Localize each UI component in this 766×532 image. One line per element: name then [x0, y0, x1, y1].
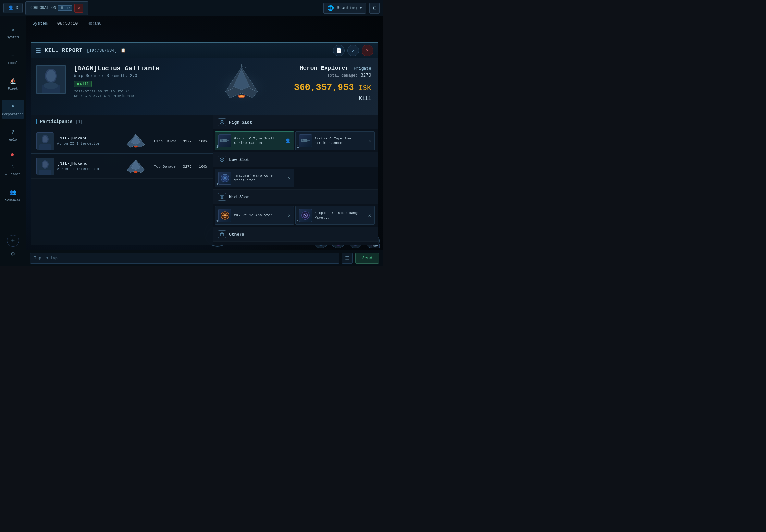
- players-count: 3: [16, 6, 18, 10]
- participant-avatar-1: [36, 132, 53, 149]
- damage-value-2: 3279: [183, 165, 191, 169]
- participant-stats-row-2: Top Damage | 3279 | 100%: [154, 165, 207, 169]
- low-slot-item-1[interactable]: 1 'Natura' Wa: [215, 169, 294, 187]
- remove-icon-2[interactable]: ✕: [288, 175, 290, 181]
- ship-class: Frigate: [353, 66, 371, 71]
- alliance-dot: [11, 153, 14, 156]
- sidebar-corporation-label: Corporation: [2, 113, 24, 116]
- sidebar-item-local[interactable]: ≡ Local: [2, 48, 24, 67]
- panel-title: KILL REPORT: [45, 48, 83, 54]
- svg-point-42: [224, 177, 226, 179]
- mid-slot-item-name-1: MK9 Relic Analyzer: [234, 213, 273, 218]
- svg-rect-58: [220, 233, 224, 236]
- close-icon: ×: [78, 6, 80, 11]
- ship-name: Heron Explorer Frigate: [293, 65, 371, 71]
- isk-label: ISK: [358, 84, 371, 92]
- send-button[interactable]: Send: [355, 253, 379, 264]
- sidebar-item-system[interactable]: ◈ System: [2, 23, 24, 42]
- warp-strength: Warp Scramble Strength: 2.0: [74, 74, 193, 78]
- svg-rect-33: [221, 139, 223, 140]
- players-button[interactable]: 👤 3: [3, 3, 23, 13]
- bottom-bar: Tap to type ☰ Send: [26, 250, 383, 266]
- top-bar: 👤 3 CORPORATION 🖥 17 × 🌐 Scouting ▾ ⊟: [0, 0, 383, 16]
- participant-ship-1: Atron II Interceptor: [57, 142, 117, 146]
- high-slot-item-2[interactable]: 1 Gistii C-Type Small Strike Cannon ✕: [295, 131, 374, 150]
- participant-ship-2: Atron II Interceptor: [57, 167, 117, 171]
- participant-ship-image-2: [121, 158, 150, 174]
- sidebar-help-label: Help: [9, 138, 17, 142]
- high-slot-header: High Slot: [213, 115, 378, 129]
- ship-display: [196, 58, 287, 115]
- corporation-button[interactable]: CORPORATION 🖥 17 ×: [25, 1, 88, 15]
- low-slot-section: Low Slot 1: [213, 152, 378, 190]
- contacts-icon: 👥: [8, 188, 18, 197]
- panel-close-button[interactable]: ×: [361, 45, 373, 56]
- final-blow-label-1: Final Blow: [154, 139, 176, 143]
- copy-icon[interactable]: 📋: [121, 48, 126, 53]
- box-icon: [220, 232, 224, 236]
- chat-input[interactable]: Tap to type: [30, 253, 339, 264]
- mid-slot-item-1[interactable]: 1 MK9 Relic A: [215, 206, 294, 225]
- pilot-name: [DAGN]Lucius Galliante: [74, 65, 193, 72]
- svg-point-2: [46, 70, 55, 82]
- high-slot-item-name-2: Gistii C-Type Small Strike Cannon: [314, 136, 366, 146]
- low-slot-header: Low Slot: [213, 152, 378, 167]
- mid-slot-icon: [218, 193, 226, 201]
- chat-menu-button[interactable]: ☰: [342, 253, 353, 264]
- svg-point-4: [44, 82, 58, 89]
- total-damage-label: Total damage:: [327, 73, 358, 78]
- top-bar-right: 🌐 Scouting ▾ ⊟: [323, 3, 380, 14]
- add-button[interactable]: +: [7, 235, 19, 247]
- mid-slot-item-name-2: 'Explorer' Wide Range Wave...: [314, 211, 366, 220]
- sidebar-item-alliance[interactable]: 11 ⚐ Alliance: [2, 151, 24, 179]
- high-slot-item-1[interactable]: 1 Gistii C-Type Small Strike Cannon 👤: [215, 131, 294, 150]
- help-icon: ?: [8, 128, 18, 137]
- others-icon: [218, 230, 226, 238]
- participants-header: Participants [1]: [31, 115, 213, 128]
- high-slot-title: High Slot: [229, 120, 252, 125]
- filter-icon: ⊟: [373, 6, 376, 11]
- remove-icon-4[interactable]: ✕: [368, 213, 371, 218]
- panel-header-actions: 📄 ↗ ×: [333, 45, 373, 56]
- svg-point-32: [221, 140, 223, 142]
- corporation-label: CORPORATION: [30, 6, 56, 10]
- sidebar-item-help[interactable]: ? Help: [2, 125, 24, 144]
- participant-info-2: [NILF]Hokanu Atron II Interceptor: [57, 161, 117, 171]
- participant-row-2[interactable]: [NILF]Hokanu Atron II Interceptor Top Da…: [31, 154, 213, 179]
- panel-menu-icon[interactable]: ☰: [36, 47, 41, 54]
- sidebar-alliance-label: Alliance: [5, 173, 20, 176]
- mid-slot-item-2[interactable]: 1 'Explorer' Wide Range Wave... ✕: [295, 206, 374, 225]
- report-button[interactable]: 📄: [333, 45, 345, 56]
- warp-core-icon: [218, 172, 231, 185]
- participant-row[interactable]: [NILF]Hokanu Atron II Interceptor Final …: [31, 128, 213, 153]
- shield-icon-2: [220, 157, 224, 162]
- high-slot-item-name-1: Gistii C-Type Small Strike Cannon: [234, 136, 282, 146]
- sidebar-item-fleet[interactable]: ⛵ Fleet: [2, 74, 24, 93]
- sidebar-item-contacts[interactable]: 👥 Contacts: [2, 185, 24, 204]
- settings-button[interactable]: ⚙: [7, 248, 19, 260]
- remove-icon-3[interactable]: ✕: [288, 213, 290, 218]
- sidebar-item-corporation[interactable]: ⚑ Corporation: [2, 100, 24, 119]
- system-time: 08:58:10: [57, 21, 78, 26]
- filter-button[interactable]: ⊟: [369, 3, 380, 14]
- svg-point-36: [302, 140, 304, 142]
- isk-row: 360,357,953 ISK: [293, 82, 371, 92]
- system-icon: ◈: [8, 25, 18, 34]
- damage-value-1: 3279: [183, 139, 191, 143]
- participants-bar-accent: [36, 119, 37, 124]
- export-button[interactable]: ↗: [347, 45, 359, 56]
- chat-placeholder: Tap to type: [34, 256, 60, 260]
- add-icon: +: [11, 237, 15, 245]
- participant-avatar-svg-2: [37, 158, 54, 175]
- pilot-avatar[interactable]: [36, 65, 66, 94]
- sidebar-fleet-label: Fleet: [8, 87, 18, 91]
- participant-stats-2: Top Damage | 3279 | 100%: [154, 163, 207, 169]
- corporation-close-button[interactable]: ×: [74, 4, 83, 13]
- corporation-icon: ⚑: [8, 102, 18, 111]
- isk-value: 360,357,953: [294, 82, 354, 92]
- kill-location: KBP7-G < XV7L-S < Providence: [74, 94, 193, 98]
- kill-badge-label: Kill: [80, 82, 89, 86]
- scouting-button[interactable]: 🌐 Scouting ▾: [323, 3, 366, 14]
- participant-name-2: [NILF]Hokanu: [57, 161, 117, 166]
- remove-icon-1[interactable]: ✕: [368, 138, 371, 144]
